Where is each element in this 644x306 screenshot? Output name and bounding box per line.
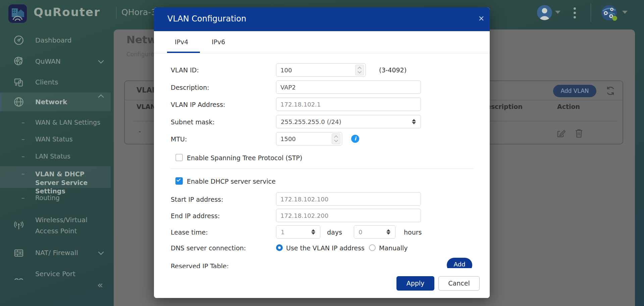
dash-bullet: – xyxy=(21,194,25,201)
modal-footer: Apply Cancel xyxy=(154,268,490,298)
sidebar-item-label: WAN & LAN Settings xyxy=(35,119,100,126)
apply-button[interactable]: Apply xyxy=(396,276,434,291)
edit-icon[interactable] xyxy=(556,128,566,138)
sidebar-item-label: Clients xyxy=(35,78,58,86)
vlan-configuration-modal: VLAN Configuration ✕ IPv4 IPv6 VLAN ID: … xyxy=(154,7,490,298)
stp-checkbox[interactable] xyxy=(175,154,183,161)
dns-radio-manually-label[interactable]: Manually xyxy=(379,244,408,252)
sidebar-item-clients[interactable]: Clients xyxy=(0,75,111,90)
end-ip-input[interactable] xyxy=(276,209,421,222)
vlan-id-input[interactable] xyxy=(276,63,366,77)
sidebar-item-wan-status[interactable]: – WAN Status xyxy=(0,134,111,147)
subnet-mask-label: Subnet mask: xyxy=(171,118,215,126)
sidebar-item-quwan[interactable]: QuWAN xyxy=(0,54,111,69)
service-port-icon xyxy=(13,272,24,280)
chevron-up-icon xyxy=(98,95,104,100)
dash-bullet: – xyxy=(21,119,25,126)
sidebar-item-wan-lan-settings[interactable]: – WAN & LAN Settings xyxy=(0,117,111,131)
quwan-topology-button[interactable] xyxy=(601,4,618,21)
sidebar-collapse-button[interactable]: « xyxy=(97,280,103,291)
mtu-spinner[interactable] xyxy=(332,133,340,144)
dns-radio-manually[interactable] xyxy=(369,244,376,251)
tab-ipv6[interactable]: IPv6 xyxy=(212,38,225,46)
header-divider-2 xyxy=(591,3,591,22)
hours-unit-label: hours xyxy=(404,229,422,236)
column-action: Action xyxy=(557,103,580,110)
sidebar-item-label: Routing xyxy=(35,194,60,201)
select-arrows-icon xyxy=(412,119,416,121)
sidebar-item-vlan-dhcp-settings[interactable]: – VLAN & DHCP Server Service Settings xyxy=(0,166,111,188)
quwan-icon xyxy=(13,56,24,66)
sidebar-item-nat-firewall[interactable]: NAT/ Firewall xyxy=(0,245,111,261)
dash-bullet: – xyxy=(21,152,25,160)
check-icon xyxy=(176,178,180,182)
reserved-add-button[interactable]: Add xyxy=(447,258,472,268)
dhcp-checkbox[interactable] xyxy=(175,177,183,185)
tab-ipv4[interactable]: IPv4 xyxy=(175,38,188,46)
refresh-icon[interactable] xyxy=(605,85,616,96)
mtu-label: MTU: xyxy=(171,135,187,143)
lease-hours-value: 0 xyxy=(359,229,362,236)
lease-days-select[interactable]: 1 xyxy=(276,225,320,239)
sidebar-item-label: WAN Status xyxy=(35,135,73,143)
header-divider xyxy=(116,7,116,19)
dash-bullet: – xyxy=(21,170,25,177)
reserved-ip-label: Reserved IP Table: xyxy=(171,262,229,268)
sidebar-item-label: QuWAN xyxy=(35,57,61,65)
description-input[interactable] xyxy=(276,80,421,94)
user-menu-chevron-icon[interactable] xyxy=(555,11,560,14)
add-vlan-button[interactable]: Add VLAN xyxy=(553,85,596,97)
qurouter-app-icon xyxy=(8,4,27,23)
cancel-button[interactable]: Cancel xyxy=(438,276,480,291)
sidebar-item-service-port[interactable]: Service Port xyxy=(0,266,111,282)
firewall-icon xyxy=(13,248,24,258)
start-ip-input[interactable] xyxy=(276,192,421,206)
modal-body: VLAN ID: (3-4092) Description: VLAN IP A… xyxy=(154,53,490,268)
modal-header: VLAN Configuration ✕ xyxy=(154,7,490,31)
brand-logo-text: QuRouter xyxy=(34,5,100,19)
stp-checkbox-label[interactable]: Enable Spanning Tree Protocol (STP) xyxy=(187,154,302,162)
sidebar-item-label: NAT/ Firewall xyxy=(35,249,78,257)
network-globe-icon xyxy=(13,97,24,107)
sidebar-item-label: VLAN & DHCP Server Service Settings xyxy=(35,170,102,196)
dns-radio-vlan-ip[interactable] xyxy=(276,244,283,251)
lease-hours-select[interactable]: 0 xyxy=(354,225,395,239)
dhcp-checkbox-label[interactable]: Enable DHCP server service xyxy=(187,178,276,185)
sidebar-item-dashboard[interactable]: Dashboard xyxy=(0,33,111,48)
chevron-down-icon xyxy=(98,58,104,64)
end-ip-label: End IP address: xyxy=(171,212,220,220)
vlan-ip-input[interactable] xyxy=(276,98,421,111)
close-icon[interactable]: ✕ xyxy=(476,13,487,24)
status-dot xyxy=(612,16,617,21)
dash-bullet: – xyxy=(21,135,25,143)
dns-radio-vlan-ip-label[interactable]: Use the VLAN IP address xyxy=(286,244,365,252)
sidebar-item-network[interactable]: Network xyxy=(0,93,111,111)
vlan-id-label: VLAN ID: xyxy=(171,66,199,74)
table-row-vlan-cell: - xyxy=(139,127,141,135)
delete-icon[interactable] xyxy=(574,128,584,138)
wireless-antenna-icon xyxy=(13,220,24,231)
sidebar-item-label: Wireless/Virtual Access Point xyxy=(35,215,106,237)
more-options-button[interactable] xyxy=(572,5,577,20)
user-avatar[interactable] xyxy=(537,5,552,20)
info-icon[interactable]: i xyxy=(351,135,359,143)
lease-days-value: 1 xyxy=(281,229,284,236)
sidebar-item-lan-status[interactable]: – LAN Status xyxy=(0,151,111,165)
sidebar-item-label: Dashboard xyxy=(35,36,72,44)
dns-label: DNS server connection: xyxy=(171,244,246,252)
sidebar-item-wireless-vap[interactable]: Wireless/Virtual Access Point xyxy=(0,214,111,237)
section-divider xyxy=(171,169,474,169)
vlan-id-spinner[interactable] xyxy=(355,65,364,75)
clients-icon xyxy=(13,77,24,87)
region-menu-chevron-icon[interactable] xyxy=(622,11,628,14)
sidebar-item-label: Service Port xyxy=(35,270,75,278)
sidebar-item-routing[interactable]: – Routing xyxy=(0,193,111,206)
dashboard-icon xyxy=(13,35,24,46)
lease-time-label: Lease time: xyxy=(171,229,208,236)
subnet-mask-value: 255.255.255.0 (/24) xyxy=(281,118,341,125)
subnet-mask-select[interactable]: 255.255.255.0 (/24) xyxy=(276,115,421,128)
start-ip-label: Start IP address: xyxy=(171,196,223,203)
vlan-ip-label: VLAN IP Address: xyxy=(171,101,225,108)
sidebar: Dashboard QuWAN Clients Network xyxy=(0,24,111,306)
device-name: QHora-3 xyxy=(121,7,156,17)
